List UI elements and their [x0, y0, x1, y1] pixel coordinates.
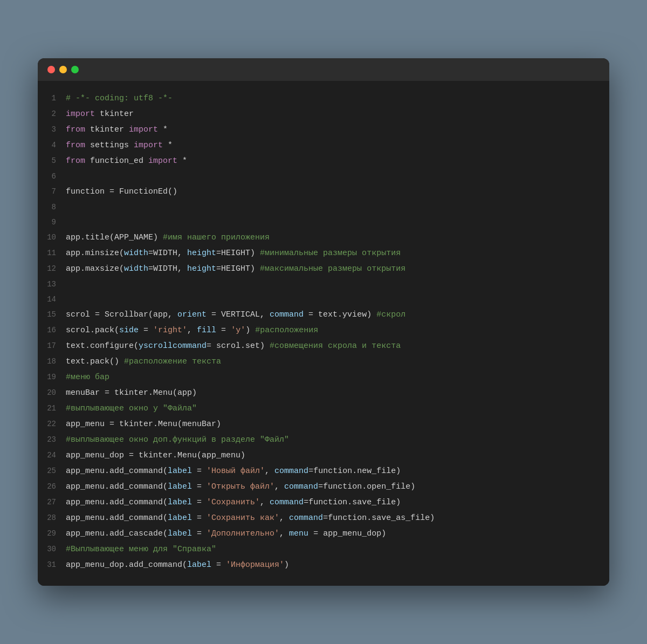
- titlebar: [38, 58, 609, 81]
- default-token: =function.save_as_file): [323, 513, 435, 523]
- code-line: 10app.title(APP_NAME) #имя нашего прилож…: [38, 230, 609, 245]
- line-code: app_menu_dop.add_command(label = 'Информ…: [66, 558, 609, 572]
- line-number: 17: [38, 339, 66, 353]
- comment-token: #имя нашего приложения: [163, 233, 270, 242]
- code-line: 20menuBar = tkinter.Menu(app): [38, 385, 609, 401]
- line-code: app_menu.add_command(label = 'Новый файл…: [66, 464, 609, 478]
- line-code: app_menu.add_cascade(label = 'Дополнител…: [66, 527, 609, 541]
- close-button[interactable]: [47, 66, 55, 73]
- line-code: app_menu.add_command(label = 'Сохранить …: [66, 511, 609, 525]
- default-token: =: [216, 326, 231, 335]
- line-number: 2: [38, 107, 66, 121]
- keyword-token: import: [148, 156, 177, 166]
- line-number: 3: [38, 122, 66, 136]
- default-token: = app_menu_dop): [308, 529, 386, 538]
- default-token: =HEIGHT): [216, 264, 260, 273]
- line-code: text.configure(yscrollcommand= scrol.set…: [66, 339, 609, 353]
- code-line: 15scrol = Scrollbar(app, orient = VERTIC…: [38, 307, 609, 323]
- keyword-token: from: [66, 156, 85, 166]
- default-token: = scrol.set): [207, 341, 270, 351]
- default-token: menuBar = tkinter.Menu(app): [66, 388, 197, 398]
- code-line: 6: [38, 169, 609, 184]
- default-token: = VERTICAL,: [207, 310, 270, 319]
- code-line: 7function = FunctionEd(): [38, 184, 609, 200]
- comment-token: #расположения: [255, 326, 318, 335]
- line-code: from tkinter import *: [66, 123, 609, 137]
- line-number: 30: [38, 542, 66, 556]
- string-token: 'Информация': [226, 560, 284, 570]
- default-token: =function.save_file): [304, 498, 401, 507]
- line-number: 20: [38, 386, 66, 400]
- minimize-button[interactable]: [59, 66, 67, 73]
- default-token: =: [192, 498, 207, 507]
- code-line: 27app_menu.add_command(label = 'Сохранит…: [38, 495, 609, 510]
- line-code: app.minsize(width=WIDTH, height=HEIGHT) …: [66, 246, 609, 261]
- comment-token: #расположение текста: [124, 357, 221, 366]
- code-line: 25app_menu.add_command(label = 'Новый фа…: [38, 463, 609, 479]
- code-line: 3from tkinter import *: [38, 122, 609, 138]
- line-number: 18: [38, 354, 66, 368]
- code-line: 28app_menu.add_command(label = 'Сохранит…: [38, 510, 609, 526]
- string-token: 'Дополнительно': [207, 529, 279, 538]
- line-code: app_menu.add_command(label = 'Открыть фа…: [66, 480, 609, 494]
- maximize-button[interactable]: [71, 66, 79, 73]
- default-token: scrol = Scrollbar(app,: [66, 310, 177, 319]
- line-number: 9: [38, 215, 66, 229]
- line-number: 5: [38, 154, 66, 168]
- line-code: app_menu_dop = tkinter.Menu(app_menu): [66, 449, 609, 463]
- code-line: 2import tkinter: [38, 106, 609, 122]
- param-token: command: [289, 513, 323, 523]
- default-token: app_menu_dop.add_command(: [66, 560, 187, 570]
- code-window: 1# -*- coding: utf8 -*-2import tkinter3f…: [38, 58, 609, 586]
- default-token: tkinter: [85, 125, 129, 134]
- code-line: 17text.configure(yscrollcommand= scrol.s…: [38, 338, 609, 354]
- default-token: app_menu.add_command(: [66, 467, 168, 476]
- line-code: function = FunctionEd(): [66, 185, 609, 199]
- code-line: 13: [38, 277, 609, 292]
- code-line: 12app.maxsize(width=WIDTH, height=HEIGHT…: [38, 261, 609, 277]
- keyword-token: from: [66, 141, 85, 150]
- line-number: 15: [38, 307, 66, 321]
- comment-token: #скрол: [376, 310, 405, 319]
- keyword-token: import: [66, 109, 95, 119]
- line-number: 1: [38, 91, 66, 105]
- line-number: 24: [38, 448, 66, 462]
- param-token: command: [274, 467, 308, 476]
- default-token: text.configure(: [66, 341, 139, 351]
- code-editor: 1# -*- coding: utf8 -*-2import tkinter3f…: [38, 81, 609, 586]
- line-number: 14: [38, 292, 66, 306]
- comment-token: # -*- coding: utf8 -*-: [66, 94, 173, 103]
- comment-token: #максимальные размеры открытия: [260, 264, 405, 273]
- code-line: 21#выплывающее окно у "Файла": [38, 401, 609, 416]
- string-token: 'Новый файл': [207, 467, 265, 476]
- line-code: import tkinter: [66, 107, 609, 121]
- line-number: 21: [38, 401, 66, 415]
- line-number: 4: [38, 138, 66, 152]
- string-token: 'y': [231, 326, 245, 335]
- param-token: side: [119, 326, 139, 335]
- code-line: 8: [38, 200, 609, 215]
- line-number: 26: [38, 479, 66, 494]
- line-code: from function_ed import *: [66, 154, 609, 168]
- default-token: tkinter: [95, 109, 134, 119]
- default-token: = text.yview): [304, 310, 376, 319]
- code-line: 1# -*- coding: utf8 -*-: [38, 91, 609, 106]
- code-line: 31app_menu_dop.add_command(label = 'Инфо…: [38, 557, 609, 573]
- line-number: 10: [38, 230, 66, 244]
- line-number: 8: [38, 200, 66, 214]
- default-token: *: [158, 125, 168, 134]
- default-token: ,: [274, 482, 284, 491]
- default-token: =function.open_file): [318, 482, 415, 491]
- param-token: command: [270, 498, 304, 507]
- default-token: app.title(APP_NAME): [66, 233, 163, 242]
- default-token: app_menu.add_command(: [66, 498, 168, 507]
- line-code: #меню бар: [66, 371, 609, 385]
- default-token: scrol.pack(: [66, 326, 119, 335]
- default-token: ,: [260, 498, 270, 507]
- code-line: 5from function_ed import *: [38, 153, 609, 169]
- param-token: command: [284, 482, 318, 491]
- line-code: scrol = Scrollbar(app, orient = VERTICAL…: [66, 308, 609, 322]
- default-token: =: [211, 560, 226, 570]
- default-token: function = FunctionEd(): [66, 187, 177, 196]
- keyword-token: import: [134, 141, 163, 150]
